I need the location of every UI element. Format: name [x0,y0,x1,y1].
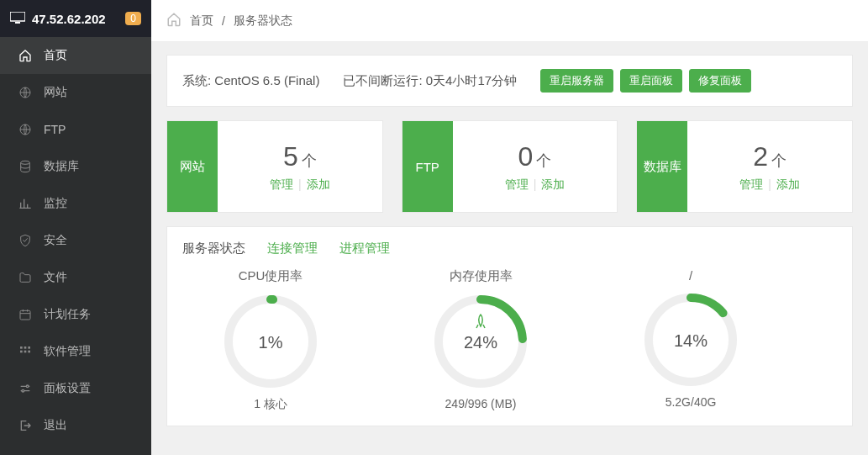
sidebar-item-label: FTP [44,123,66,136]
svg-rect-9 [20,351,23,353]
sidebar-item-7[interactable]: 计划任务 [0,296,151,333]
sidebar-item-6[interactable]: 文件 [0,259,151,296]
sidebar-item-3[interactable]: 数据库 [0,148,151,185]
sidebar-item-label: 网站 [44,85,67,100]
sidebar-item-label: 软件管理 [44,344,91,359]
sidebar-item-label: 安全 [44,233,67,248]
add-link[interactable]: 添加 [541,177,565,191]
gauge-ring[interactable]: 14% [640,289,741,390]
breadcrumb-current: 服务器状态 [234,13,292,29]
add-link[interactable]: 添加 [776,177,800,191]
card-title: FTP [402,121,453,212]
sidebar-item-label: 退出 [44,418,67,433]
gauge-ring[interactable]: 1% [220,291,321,392]
shield-icon [18,234,32,247]
gauge-percent: 24% [464,333,497,352]
breadcrumb-sep: / [222,14,225,28]
breadcrumb-home[interactable]: 首页 [190,13,213,29]
os-info: 系统: CentOS 6.5 (Final) [182,73,319,89]
card-title: 网站 [167,121,218,212]
manage-link[interactable]: 管理 [739,177,763,191]
uptime-info: 已不间断运行: 0天4小时17分钟 [343,73,517,89]
sidebar-item-label: 首页 [44,48,67,63]
sidebar: 47.52.62.202 0 首页网站FTP数据库监控安全文件计划任务软件管理面… [0,0,151,455]
sidebar-item-4[interactable]: 监控 [0,185,151,222]
gauge-title: 内存使用率 [450,268,513,284]
breadcrumb: 首页 / 服务器状态 [151,0,868,42]
sidebar-item-0[interactable]: 首页 [0,37,151,74]
sidebar-header: 47.52.62.202 0 [0,0,151,37]
home-icon[interactable] [166,12,181,29]
gauge-title: CPU使用率 [239,268,303,284]
status-title: 服务器状态 [182,241,245,257]
gauge-percent: 14% [674,331,708,350]
gauge-2: /14%5.2G/40G [602,268,779,412]
server-status-panel: 服务器状态 连接管理 进程管理 CPU使用率1%1 核心内存使用率24%249/… [166,226,853,426]
summary-card-1: FTP0个管理|添加 [402,120,618,213]
svg-rect-5 [20,310,30,320]
sidebar-item-label: 计划任务 [44,307,91,322]
sidebar-item-10[interactable]: 退出 [0,407,151,444]
globe-icon [18,86,32,99]
svg-rect-1 [15,22,20,24]
main-content: 首页 / 服务器状态 系统: CentOS 6.5 (Final) 已不间断运行… [151,0,868,455]
sidebar-item-9[interactable]: 面板设置 [0,370,151,407]
svg-rect-0 [10,12,25,21]
add-link[interactable]: 添加 [307,177,330,191]
summary-cards: 网站5个管理|添加FTP0个管理|添加数据库2个管理|添加 [166,120,853,213]
svg-point-12 [26,385,29,388]
card-count: 5个 [283,141,317,172]
home-icon [18,49,32,62]
manage-link[interactable]: 管理 [270,177,293,191]
sidebar-item-label: 监控 [44,196,67,211]
card-count: 2个 [753,141,786,172]
calendar-icon [18,308,32,321]
tab-connections[interactable]: 连接管理 [267,241,318,257]
svg-point-4 [21,161,30,164]
folder-icon [18,271,32,284]
sliders-icon [18,382,32,395]
gauge-percent: 1% [259,333,283,352]
gauge-sub: 1 核心 [254,397,287,412]
gauge-sub: 5.2G/40G [665,395,717,409]
database-icon [18,160,32,173]
summary-card-2: 数据库2个管理|添加 [636,120,853,213]
svg-rect-10 [24,351,27,353]
gauge-1: 内存使用率24%249/996 (MB) [392,268,569,412]
manage-link[interactable]: 管理 [505,177,529,191]
sidebar-item-1[interactable]: 网站 [0,74,151,111]
server-ip: 47.52.62.202 [32,12,118,26]
sidebar-item-label: 文件 [44,270,67,285]
svg-rect-11 [28,351,30,353]
sidebar-item-label: 数据库 [44,159,79,174]
globe-icon [18,123,32,136]
grid-icon [18,345,32,358]
summary-card-0: 网站5个管理|添加 [166,120,383,213]
notification-badge[interactable]: 0 [125,12,141,25]
sidebar-item-label: 面板设置 [44,381,91,396]
card-count: 0个 [518,141,552,172]
system-info-panel: 系统: CentOS 6.5 (Final) 已不间断运行: 0天4小时17分钟… [166,55,853,107]
card-title: 数据库 [637,121,687,212]
exit-icon [18,419,32,432]
sidebar-item-5[interactable]: 安全 [0,222,151,259]
monitor-icon [10,12,25,26]
svg-rect-6 [20,347,23,349]
sidebar-item-2[interactable]: FTP [0,111,151,148]
gauge-title: / [689,268,692,283]
repair-panel-button[interactable]: 修复面板 [689,69,751,93]
sidebar-item-8[interactable]: 软件管理 [0,333,151,370]
svg-rect-8 [28,347,30,349]
svg-point-13 [22,389,24,392]
chart-icon [18,197,32,210]
restart-panel-button[interactable]: 重启面板 [620,69,682,93]
tab-processes[interactable]: 进程管理 [339,241,390,257]
gauge-0: CPU使用率1%1 核心 [182,268,359,412]
restart-server-button[interactable]: 重启服务器 [540,69,613,93]
gauge-ring[interactable]: 24% [430,291,531,392]
gauge-sub: 249/996 (MB) [445,397,517,410]
svg-rect-7 [24,347,27,349]
